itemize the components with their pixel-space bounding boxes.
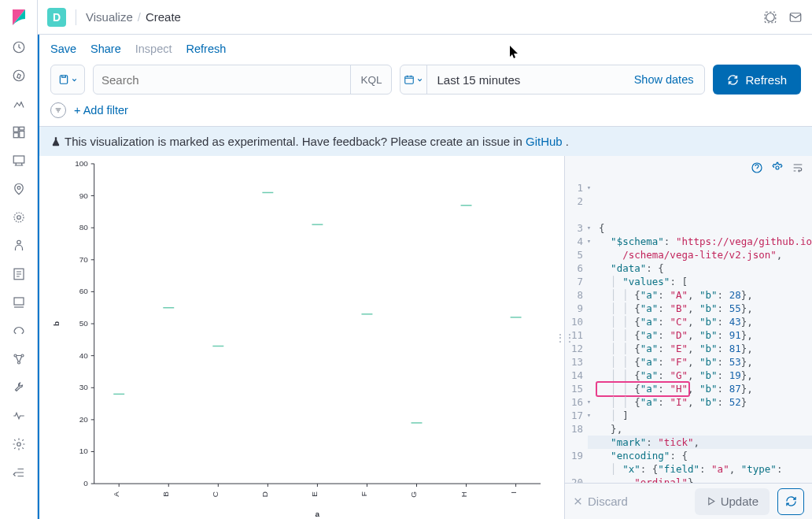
svg-text:D: D bbox=[260, 491, 269, 497]
help-icon[interactable] bbox=[751, 161, 763, 174]
update-button[interactable]: Update bbox=[695, 488, 770, 515]
svg-rect-19 bbox=[790, 13, 801, 21]
mail-icon[interactable] bbox=[788, 10, 803, 24]
search-box: KQL bbox=[93, 65, 392, 95]
filter-menu-icon[interactable] bbox=[50, 102, 66, 118]
date-picker[interactable]: Last 15 minutes Show dates bbox=[400, 65, 705, 95]
nav-logs-icon[interactable] bbox=[6, 261, 31, 287]
fullscreen-icon[interactable] bbox=[763, 10, 777, 24]
nav-graph-icon[interactable] bbox=[6, 347, 31, 372]
nav-management-icon[interactable] bbox=[6, 432, 31, 457]
svg-point-76 bbox=[776, 166, 779, 169]
add-filter-link[interactable]: + Add filter bbox=[74, 104, 128, 117]
svg-text:70: 70 bbox=[79, 255, 89, 264]
nav-monitoring-icon[interactable] bbox=[6, 403, 31, 428]
experimental-banner: This visualization is marked as experime… bbox=[39, 126, 812, 156]
github-link[interactable]: GitHub bbox=[526, 135, 563, 148]
svg-point-7 bbox=[17, 187, 20, 190]
svg-text:50: 50 bbox=[79, 319, 89, 328]
svg-text:90: 90 bbox=[79, 191, 89, 200]
discard-button[interactable]: Discard bbox=[573, 495, 628, 508]
topbar: D Visualize / Create bbox=[38, 0, 812, 35]
date-text: Last 15 minutes bbox=[427, 73, 622, 87]
menu-save[interactable]: Save bbox=[50, 43, 76, 55]
menubar: Save Share Inspect Refresh bbox=[39, 35, 812, 60]
calendar-icon[interactable] bbox=[400, 65, 427, 94]
svg-text:100: 100 bbox=[75, 159, 88, 168]
svg-text:E: E bbox=[310, 491, 319, 497]
svg-rect-20 bbox=[60, 76, 67, 84]
auto-refresh-button[interactable] bbox=[777, 488, 804, 515]
svg-point-10 bbox=[17, 240, 20, 244]
show-dates-link[interactable]: Show dates bbox=[623, 73, 705, 86]
nav-ml-icon[interactable] bbox=[6, 205, 31, 230]
svg-rect-3 bbox=[19, 127, 24, 130]
space-badge[interactable]: D bbox=[47, 8, 66, 27]
nav-maps-icon[interactable] bbox=[6, 176, 31, 202]
svg-text:20: 20 bbox=[79, 415, 89, 424]
nav-apm-icon[interactable] bbox=[6, 290, 31, 315]
svg-text:40: 40 bbox=[79, 351, 89, 360]
nav-devtools-icon[interactable] bbox=[6, 375, 31, 400]
nav-canvas-icon[interactable] bbox=[6, 148, 31, 173]
menu-share[interactable]: Share bbox=[90, 43, 121, 55]
svg-point-9 bbox=[17, 216, 20, 220]
svg-text:80: 80 bbox=[79, 223, 89, 232]
svg-text:C: C bbox=[211, 491, 220, 497]
kql-toggle[interactable]: KQL bbox=[350, 65, 391, 94]
svg-text:10: 10 bbox=[79, 447, 89, 455]
nav-discover-icon[interactable] bbox=[6, 63, 31, 88]
kibana-logo-icon bbox=[9, 8, 28, 27]
svg-text:A: A bbox=[112, 491, 120, 497]
svg-rect-4 bbox=[19, 132, 24, 138]
tick-chart: 0102030405060708090100ABCDEFGHIba bbox=[39, 156, 564, 519]
wrap-icon[interactable] bbox=[792, 161, 804, 174]
svg-point-15 bbox=[17, 361, 20, 364]
svg-rect-12 bbox=[14, 298, 24, 305]
svg-point-8 bbox=[14, 213, 24, 222]
svg-text:b: b bbox=[52, 321, 61, 326]
nav-dashboard-icon[interactable] bbox=[6, 120, 31, 145]
svg-text:30: 30 bbox=[79, 383, 89, 391]
svg-rect-6 bbox=[13, 156, 24, 163]
flask-icon bbox=[50, 136, 61, 147]
svg-text:a: a bbox=[316, 510, 320, 518]
svg-rect-17 bbox=[766, 13, 775, 21]
saved-query-button[interactable] bbox=[50, 65, 85, 95]
svg-text:60: 60 bbox=[79, 287, 89, 295]
svg-rect-21 bbox=[405, 76, 414, 83]
nav-recent-icon[interactable] bbox=[6, 35, 31, 60]
breadcrumb: Visualize / Create bbox=[86, 10, 181, 24]
svg-rect-2 bbox=[13, 127, 18, 132]
nav-uptime-icon[interactable] bbox=[6, 318, 31, 343]
search-input[interactable] bbox=[94, 73, 350, 87]
menu-refresh[interactable]: Refresh bbox=[186, 43, 227, 55]
refresh-button[interactable]: Refresh bbox=[713, 65, 801, 95]
side-iconbar bbox=[0, 0, 38, 519]
settings-icon[interactable] bbox=[771, 161, 784, 174]
crumb-visualize[interactable]: Visualize bbox=[86, 10, 133, 24]
svg-text:G: G bbox=[409, 491, 418, 498]
svg-text:I: I bbox=[509, 491, 518, 494]
svg-text:0: 0 bbox=[83, 479, 88, 487]
nav-visualize-icon[interactable] bbox=[6, 91, 31, 117]
vega-editor: ⋮⋮ 123456789101112131415161718192021 { "… bbox=[564, 156, 812, 519]
svg-text:H: H bbox=[460, 491, 468, 497]
menu-inspect: Inspect bbox=[135, 43, 172, 55]
svg-text:F: F bbox=[360, 491, 368, 496]
svg-rect-5 bbox=[13, 133, 18, 138]
svg-point-16 bbox=[17, 443, 20, 447]
nav-infra-icon[interactable] bbox=[6, 233, 31, 258]
crumb-create: Create bbox=[146, 10, 181, 24]
svg-text:B: B bbox=[161, 491, 170, 497]
nav-collapse-icon[interactable] bbox=[6, 460, 31, 485]
svg-point-1 bbox=[13, 70, 24, 81]
chart-panel: 0102030405060708090100ABCDEFGHIba bbox=[39, 156, 564, 519]
